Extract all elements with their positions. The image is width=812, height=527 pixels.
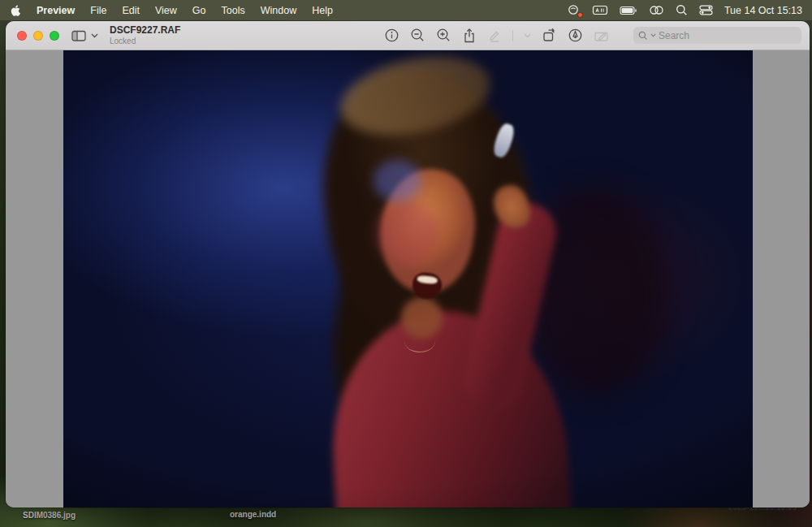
markup-pen-icon — [487, 28, 502, 43]
signature-button — [594, 28, 611, 43]
sidebar-toggle[interactable] — [71, 29, 98, 42]
menu-item-help[interactable]: Help — [312, 5, 333, 16]
zoom-button[interactable] — [50, 31, 59, 41]
chevron-down-icon — [650, 33, 656, 37]
markup-pen-button — [487, 28, 502, 43]
share-icon — [462, 28, 477, 44]
share-button[interactable] — [462, 28, 477, 44]
minimize-button[interactable] — [33, 31, 43, 41]
window-title: DSCF9227.RAF — [110, 25, 180, 36]
menu-item-file[interactable]: File — [90, 5, 106, 16]
menu-item-go[interactable]: Go — [192, 5, 206, 16]
menu-item-view[interactable]: View — [155, 5, 177, 16]
photo-teeth — [417, 274, 438, 284]
apple-menu[interactable] — [10, 4, 21, 17]
apple-icon — [10, 4, 21, 17]
photo-cheek-light — [377, 201, 438, 266]
info-icon — [384, 28, 400, 43]
photo-canvas — [63, 50, 753, 508]
close-button[interactable] — [17, 31, 27, 41]
menu-item-window[interactable]: Window — [261, 5, 296, 16]
preview-window: DSCF9227.RAF Locked — [6, 21, 810, 508]
window-titlebar[interactable]: DSCF9227.RAF Locked — [6, 21, 810, 50]
desktop-file-sdim0386[interactable]: SDIM0386.jpg — [23, 511, 76, 520]
zoom-out-icon — [410, 28, 425, 43]
desktop-file-orange-indd[interactable]: orange.indd — [230, 510, 276, 519]
zoom-in-button[interactable] — [436, 28, 451, 43]
info-button[interactable] — [384, 28, 400, 43]
search-icon — [638, 31, 648, 41]
app-badge-icon[interactable] — [567, 4, 581, 16]
menubar-clock[interactable]: Tue 14 Oct 15:13 — [724, 5, 802, 16]
annotate-circle-icon — [568, 28, 583, 43]
menu-item-edit[interactable]: Edit — [122, 5, 140, 16]
window-title-block: DSCF9227.RAF Locked — [110, 25, 180, 45]
menu-bar: Preview File Edit View Go Tools Window H… — [0, 0, 812, 20]
annotate-button[interactable] — [568, 28, 583, 43]
control-center-icon[interactable] — [699, 5, 713, 15]
search-field[interactable] — [633, 27, 801, 44]
red-badge — [577, 12, 583, 18]
toolbar-separator — [512, 30, 513, 41]
rotate-icon — [542, 28, 557, 43]
chevron-down-icon — [91, 33, 98, 38]
chevron-down-icon — [524, 33, 531, 38]
menu-item-tools[interactable]: Tools — [222, 5, 245, 16]
search-input[interactable] — [659, 30, 797, 41]
window-subtitle: Locked — [110, 37, 180, 45]
traffic-lights — [17, 31, 59, 41]
rotate-button[interactable] — [542, 28, 557, 43]
menu-item-preview[interactable]: Preview — [37, 5, 75, 16]
sidebar-toggle-icon — [71, 29, 87, 42]
zoom-out-button[interactable] — [410, 28, 425, 43]
input-source-icon[interactable] — [592, 4, 608, 16]
markup-dropdown[interactable] — [524, 33, 531, 38]
zoom-in-icon — [436, 28, 451, 43]
spotlight-search-icon[interactable] — [676, 4, 688, 16]
signature-icon — [594, 28, 611, 43]
photo-necklace — [404, 329, 435, 352]
link-icon[interactable] — [649, 5, 664, 15]
photo-blue-rim-light — [374, 160, 421, 201]
window-content — [6, 50, 810, 508]
battery-icon[interactable] — [620, 6, 637, 15]
